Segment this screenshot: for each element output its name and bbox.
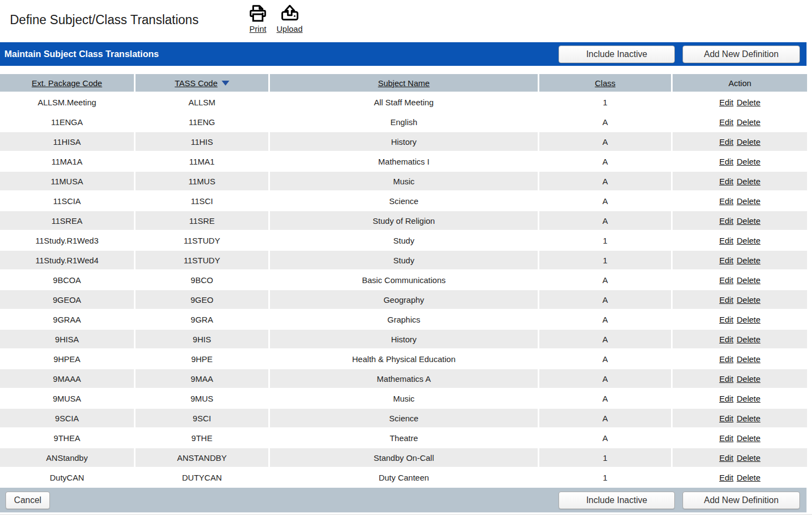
tass-code-cell: 9HIS — [136, 330, 268, 348]
delete-link[interactable]: Delete — [737, 236, 760, 245]
column-header-tass-code[interactable]: TASS Code — [136, 74, 268, 92]
upload-label[interactable]: Upload — [277, 24, 303, 33]
delete-link[interactable]: Delete — [737, 354, 760, 364]
action-cell: Edit Delete — [673, 409, 807, 427]
edit-link[interactable]: Edit — [719, 414, 734, 423]
edit-link[interactable]: Edit — [719, 354, 734, 364]
delete-link[interactable]: Delete — [737, 177, 760, 186]
ext-package-code-cell: 9BCOA — [0, 270, 134, 289]
class-cell: A — [539, 369, 671, 388]
subject-name-cell: Music — [270, 172, 538, 190]
ext-package-code-cell: 11Study.R1Wed3 — [0, 231, 134, 250]
column-header-subject-name[interactable]: Subject Name — [270, 74, 538, 92]
class-cell: A — [539, 270, 671, 289]
class-cell: A — [539, 310, 671, 329]
edit-link[interactable]: Edit — [719, 335, 734, 344]
ext-package-code-cell: 9THEA — [0, 428, 134, 447]
tass-code-cell: 9HPE — [136, 349, 268, 368]
column-header-ext-package-code[interactable]: Ext. Package Code — [0, 74, 134, 92]
action-cell: Edit Delete — [673, 310, 807, 329]
ext-package-code-cell: 9MAAA — [0, 369, 134, 388]
ext-package-code-cell: 11HISA — [0, 132, 134, 151]
delete-link[interactable]: Delete — [737, 335, 760, 344]
action-cell: Edit Delete — [673, 468, 807, 487]
subject-name-cell: English — [270, 112, 538, 131]
toolbar: Print Upload — [247, 3, 303, 33]
subject-name-cell: Geography — [270, 290, 538, 309]
delete-link[interactable]: Delete — [737, 414, 760, 423]
delete-link[interactable]: Delete — [737, 295, 760, 304]
column-header-link[interactable]: Class — [595, 78, 616, 88]
subject-name-cell: Science — [270, 191, 538, 210]
cancel-button[interactable]: Cancel — [5, 492, 50, 509]
delete-link[interactable]: Delete — [737, 473, 760, 482]
edit-link[interactable]: Edit — [719, 157, 734, 166]
delete-link[interactable]: Delete — [737, 196, 760, 206]
class-cell: A — [539, 132, 671, 151]
column-header-link[interactable]: Subject Name — [378, 78, 430, 88]
edit-link[interactable]: Edit — [719, 236, 734, 245]
include-inactive-button-bottom[interactable]: Include Inactive — [559, 492, 675, 509]
column-header-link[interactable]: Ext. Package Code — [32, 78, 102, 88]
edit-link[interactable]: Edit — [719, 177, 734, 186]
ext-package-code-cell: 9HISA — [0, 330, 134, 348]
edit-link[interactable]: Edit — [719, 374, 734, 383]
subject-name-cell: Science — [270, 409, 538, 427]
edit-link[interactable]: Edit — [719, 315, 734, 324]
tass-code-cell: 11ENG — [136, 112, 268, 131]
subject-name-cell: Health & Physical Education — [270, 349, 538, 368]
ext-package-code-cell: 9HPEA — [0, 349, 134, 368]
edit-link[interactable]: Edit — [719, 256, 734, 265]
delete-link[interactable]: Delete — [737, 117, 760, 127]
edit-link[interactable]: Edit — [719, 98, 734, 107]
upload-button[interactable]: Upload — [277, 3, 303, 33]
upload-icon — [279, 3, 300, 24]
delete-link[interactable]: Delete — [737, 157, 760, 166]
delete-link[interactable]: Delete — [737, 216, 760, 225]
edit-link[interactable]: Edit — [719, 196, 734, 206]
delete-link[interactable]: Delete — [737, 137, 760, 146]
ext-package-code-cell: 11MA1A — [0, 152, 134, 171]
edit-link[interactable]: Edit — [719, 137, 734, 146]
edit-link[interactable]: Edit — [719, 275, 734, 285]
action-cell: Edit Delete — [673, 270, 807, 289]
class-cell: A — [539, 152, 671, 171]
column-header-link[interactable]: TASS Code — [174, 78, 217, 88]
delete-link[interactable]: Delete — [737, 394, 760, 403]
subject-name-cell: Mathematics A — [270, 369, 538, 388]
action-cell: Edit Delete — [673, 251, 807, 269]
include-inactive-button-top[interactable]: Include Inactive — [559, 46, 675, 63]
tass-code-cell: 11STUDY — [136, 231, 268, 250]
delete-link[interactable]: Delete — [737, 315, 760, 324]
edit-link[interactable]: Edit — [719, 433, 734, 443]
subject-name-cell: Study of Religion — [270, 211, 538, 230]
delete-link[interactable]: Delete — [737, 453, 760, 462]
edit-link[interactable]: Edit — [719, 453, 734, 462]
ext-package-code-cell: ALLSM.Meeting — [0, 93, 134, 111]
class-cell: A — [539, 349, 671, 368]
print-button[interactable]: Print — [247, 3, 268, 33]
delete-link[interactable]: Delete — [737, 256, 760, 265]
edit-link[interactable]: Edit — [719, 473, 734, 482]
subject-name-cell: Music — [270, 389, 538, 408]
edit-link[interactable]: Edit — [719, 117, 734, 127]
subject-name-cell: Theatre — [270, 428, 538, 447]
class-cell: A — [539, 172, 671, 190]
delete-link[interactable]: Delete — [737, 98, 760, 107]
column-header-class[interactable]: Class — [539, 74, 671, 92]
action-cell: Edit Delete — [673, 231, 807, 250]
sort-desc-icon — [222, 81, 229, 86]
delete-link[interactable]: Delete — [737, 275, 760, 285]
edit-link[interactable]: Edit — [719, 216, 734, 225]
delete-link[interactable]: Delete — [737, 374, 760, 383]
add-new-definition-button-top[interactable]: Add New Definition — [683, 46, 800, 63]
edit-link[interactable]: Edit — [719, 295, 734, 304]
action-cell: Edit Delete — [673, 428, 807, 447]
edit-link[interactable]: Edit — [719, 394, 734, 403]
add-new-definition-button-bottom[interactable]: Add New Definition — [683, 492, 800, 509]
tass-code-cell: 9SCI — [136, 409, 268, 427]
class-cell: A — [539, 409, 671, 427]
print-label[interactable]: Print — [250, 24, 267, 33]
delete-link[interactable]: Delete — [737, 433, 760, 443]
ext-package-code-cell: 9GRAA — [0, 310, 134, 329]
